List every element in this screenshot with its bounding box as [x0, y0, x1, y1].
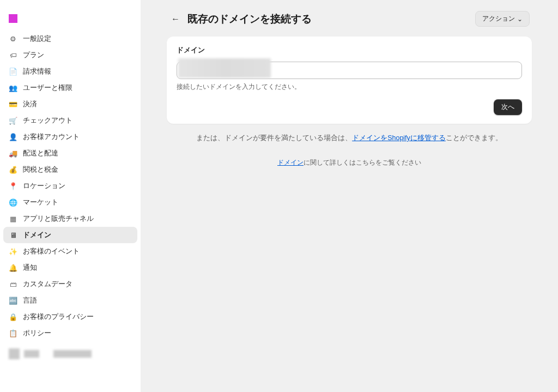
- transfer-link[interactable]: ドメインをShopifyに移管する: [352, 134, 446, 142]
- input-helper: 接続したいドメインを入力してください。: [177, 82, 522, 92]
- person-icon: 👤: [9, 132, 17, 141]
- sidebar-item-label: ロケーション: [23, 181, 65, 191]
- page-header: ← 既存のドメインを接続する アクション ⌄: [167, 11, 532, 27]
- app-logo: [9, 14, 17, 23]
- sidebar-item-label: お客様のイベント: [23, 246, 80, 256]
- sidebar-item-label: ポリシー: [23, 328, 51, 338]
- sidebar-item[interactable]: 💰関税と税金: [3, 161, 137, 178]
- learn-more-info: ドメインに関して詳しくはこちらをご覧ください: [167, 158, 532, 167]
- sidebar-item[interactable]: 🚚配送と配達: [3, 145, 137, 161]
- truck-icon: 🚚: [9, 149, 17, 158]
- sidebar-footer: [3, 342, 137, 392]
- lock-icon: 🔒: [9, 312, 17, 321]
- sidebar-item-label: 関税と税金: [23, 165, 58, 174]
- policy-icon: 📋: [9, 329, 17, 337]
- sidebar-item-label: プラン: [23, 50, 44, 60]
- sidebar: ⚙一般設定🏷プラン📄請求情報👥ユーザーと権限💳決済🛒チェックアウト👤お客様アカウ…: [0, 0, 141, 392]
- transfer-info: または、ドメインが要件を満たしている場合は、ドメインをShopifyに移管するこ…: [167, 134, 532, 143]
- bell-icon: 🔔: [9, 263, 17, 272]
- chevron-down-icon: ⌄: [517, 15, 523, 23]
- document-icon: 📄: [9, 67, 17, 76]
- credit-card-icon: 💳: [9, 100, 17, 108]
- sidebar-item-label: 通知: [23, 263, 37, 273]
- main-content: ← 既存のドメインを接続する アクション ⌄ ドメイン 接続したいドメインを入力…: [141, 0, 558, 392]
- users-icon: 👥: [9, 83, 17, 92]
- sidebar-item[interactable]: 🔔通知: [3, 260, 137, 276]
- domain-card: ドメイン 接続したいドメインを入力してください。 次へ: [167, 37, 532, 124]
- next-button[interactable]: 次へ: [494, 99, 522, 115]
- sidebar-item-label: 請求情報: [23, 67, 51, 76]
- database-icon: 🗃: [9, 280, 17, 288]
- tag-icon: 🏷: [9, 51, 17, 59]
- sidebar-item[interactable]: 🛒チェックアウト: [3, 112, 137, 129]
- sidebar-item-label: 一般設定: [23, 34, 51, 44]
- sidebar-item[interactable]: 🗃カスタムデータ: [3, 276, 137, 292]
- location-icon: 📍: [9, 182, 17, 190]
- domain-input[interactable]: [177, 62, 522, 79]
- sidebar-item[interactable]: 🖥ドメイン: [3, 227, 137, 243]
- sidebar-item-label: マーケット: [23, 197, 58, 207]
- card-title: ドメイン: [177, 45, 522, 55]
- sidebar-item[interactable]: 👥ユーザーと権限: [3, 80, 137, 96]
- sidebar-item[interactable]: ▦アプリと販売チャネル: [3, 210, 137, 227]
- sidebar-item-label: 決済: [23, 99, 37, 109]
- globe-icon: 🌐: [9, 198, 17, 207]
- sidebar-item-label: カスタムデータ: [23, 279, 72, 289]
- sidebar-item-label: ユーザーと権限: [23, 83, 72, 93]
- sidebar-item-label: お客様のプライバシー: [23, 312, 94, 322]
- sidebar-item[interactable]: ✨お客様のイベント: [3, 243, 137, 260]
- sidebar-item[interactable]: 📋ポリシー: [3, 325, 137, 341]
- sidebar-item[interactable]: ⚙一般設定: [3, 31, 137, 47]
- sidebar-item[interactable]: 🏷プラン: [3, 47, 137, 63]
- logo-area: [3, 10, 137, 31]
- sidebar-item[interactable]: 📄請求情報: [3, 63, 137, 80]
- actions-label: アクション: [482, 14, 515, 23]
- domain-input-wrap: [177, 62, 522, 79]
- language-icon: 🔤: [9, 296, 17, 305]
- back-button[interactable]: ←: [169, 12, 182, 26]
- sidebar-item[interactable]: 🌐マーケット: [3, 194, 137, 210]
- sidebar-item-label: お客様アカウント: [23, 132, 80, 142]
- sidebar-item-label: ドメイン: [23, 230, 51, 240]
- sidebar-item-label: 言語: [23, 295, 37, 305]
- sidebar-item-label: 配送と配達: [23, 148, 58, 158]
- event-icon: ✨: [9, 247, 17, 256]
- sidebar-item[interactable]: 📍ロケーション: [3, 178, 137, 194]
- sidebar-item[interactable]: 👤お客様アカウント: [3, 129, 137, 145]
- actions-dropdown[interactable]: アクション ⌄: [475, 11, 530, 27]
- sidebar-item[interactable]: 🔒お客様のプライバシー: [3, 309, 137, 325]
- domain-help-link[interactable]: ドメイン: [277, 159, 304, 166]
- sidebar-item-label: アプリと販売チャネル: [23, 214, 94, 224]
- sidebar-item[interactable]: 💳決済: [3, 96, 137, 112]
- sidebar-item[interactable]: 🔤言語: [3, 292, 137, 309]
- page-title: 既存のドメインを接続する: [187, 12, 312, 26]
- sidebar-nav: ⚙一般設定🏷プラン📄請求情報👥ユーザーと権限💳決済🛒チェックアウト👤お客様アカウ…: [3, 31, 137, 341]
- sidebar-item-label: チェックアウト: [23, 116, 72, 125]
- domain-icon: 🖥: [9, 231, 17, 239]
- grid-icon: ▦: [9, 214, 17, 223]
- cart-icon: 🛒: [9, 116, 17, 125]
- money-bag-icon: 💰: [9, 165, 17, 174]
- gear-icon: ⚙: [9, 34, 17, 43]
